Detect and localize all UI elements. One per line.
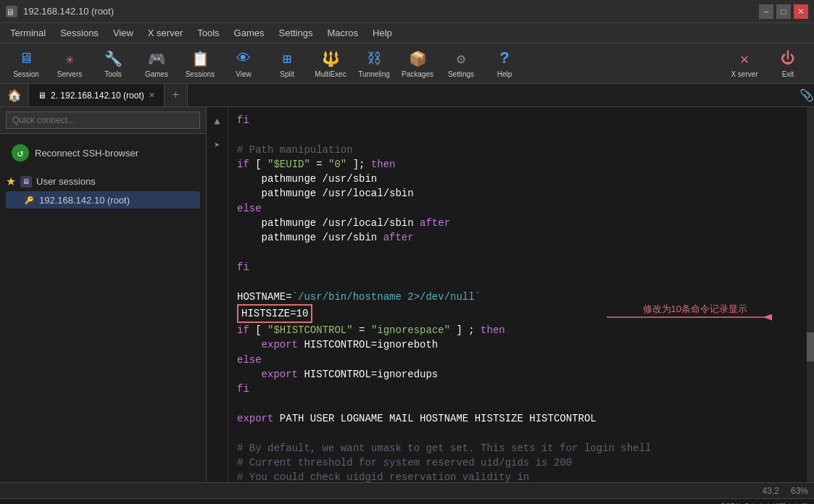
tab-attach-icon: 📎 xyxy=(800,84,814,106)
exit-icon: ⏻ xyxy=(778,49,798,69)
tab-bar: 🏠 🖥 2. 192.168.142.10 (root) ✕ + 📎 xyxy=(0,84,814,107)
tab-add-button[interactable]: + xyxy=(165,84,188,106)
scrollbar-thumb[interactable] xyxy=(807,332,814,361)
line-blank-4 xyxy=(237,397,805,411)
line-comment-threshold: # Current threshold for system reserved … xyxy=(237,455,805,470)
tools-label: Tools xyxy=(104,70,121,78)
view-label: View xyxy=(236,70,252,78)
xserver-label: X server xyxy=(731,70,757,78)
line-fi-middle: fi xyxy=(237,260,805,274)
sessions-header[interactable]: ★ 🖥 User sessions xyxy=(6,172,200,191)
help-icon: ? xyxy=(494,49,515,69)
reconnect-button[interactable]: ↺ Reconnect SSH-browser xyxy=(6,140,200,166)
minimize-button[interactable]: – xyxy=(759,4,773,19)
toolbar-help[interactable]: ? Help xyxy=(484,46,525,81)
line-if-euid: if [ "$EUID" = "0" ]; then xyxy=(237,157,805,172)
session-item-root[interactable]: 🔑 192.168.142.10 (root) xyxy=(6,191,200,209)
line-else: else xyxy=(237,201,805,216)
toolbar-split[interactable]: ⊞ Split xyxy=(267,46,307,81)
sessions-folder-icon: 🖥 xyxy=(20,176,32,188)
menu-games[interactable]: Games xyxy=(227,25,272,41)
toolbar-session[interactable]: 🖥 Session xyxy=(6,46,46,81)
line-fi-bottom: fi xyxy=(237,382,805,396)
menu-terminal[interactable]: Terminal xyxy=(3,25,53,41)
window-title: 192.168.142.10 (root) xyxy=(23,6,759,17)
settings-label: Settings xyxy=(448,70,474,78)
menu-settings[interactable]: Settings xyxy=(272,25,320,41)
session-label: Session xyxy=(13,70,39,78)
session-item-label: 192.168.142.10 (root) xyxy=(39,195,130,206)
annotation-arrow xyxy=(607,310,773,324)
tunneling-label: Tunneling xyxy=(358,70,390,78)
window-controls: – □ ✕ xyxy=(759,4,808,19)
footer-csdn: CSDN @怎么也想不出名字 xyxy=(720,502,808,505)
toolbar-multiexec[interactable]: 🔱 MultiExec xyxy=(310,46,351,81)
scrollbar[interactable] xyxy=(807,107,814,482)
line-else-2: else xyxy=(237,353,805,367)
packages-label: Packages xyxy=(402,70,433,78)
tab-session-icon: 🖥 xyxy=(38,91,46,101)
main-layout: ↺ Reconnect SSH-browser ★ 🖥 User session… xyxy=(0,107,814,482)
maximize-button[interactable]: □ xyxy=(776,4,791,19)
line-histsize: HISTSIZE=10 修改为10条命令记录显示 xyxy=(237,304,805,323)
toolbar-servers[interactable]: ✳ Servers xyxy=(49,46,90,81)
line-fi-top: fi xyxy=(237,113,805,127)
help-label: Help xyxy=(497,70,512,78)
settings-icon: ⚙ xyxy=(451,49,471,69)
menu-macros[interactable]: Macros xyxy=(320,25,365,41)
close-button[interactable]: ✕ xyxy=(794,4,808,19)
cursor-position: 43,2 xyxy=(763,486,779,496)
terminal-area[interactable]: fi # Path manipulation if [ "$EUID" = "0… xyxy=(228,107,814,482)
games-label: Games xyxy=(145,70,168,78)
sidebar-content: ↺ Reconnect SSH-browser ★ 🖥 User session… xyxy=(0,134,206,482)
toolbar-tunneling[interactable]: ⛓ Tunneling xyxy=(354,46,394,81)
toolbar-view[interactable]: 👁 View xyxy=(223,46,264,81)
add-icon: + xyxy=(172,89,179,102)
multiexec-label: MultiExec xyxy=(315,70,346,78)
menu-xserver[interactable]: X server xyxy=(141,25,190,41)
tab-close-button[interactable]: ✕ xyxy=(149,91,155,100)
session-icon: 🖥 xyxy=(16,49,36,69)
sidebar-search-area xyxy=(0,107,206,134)
side-icon-paper-plane[interactable]: ➤ xyxy=(209,136,226,154)
exit-label: Exit xyxy=(782,70,794,78)
toolbar-exit[interactable]: ⏻ Exit xyxy=(768,46,808,81)
line-hostname: HOSTNAME=`/usr/bin/hostname 2>/dev/null` xyxy=(237,290,805,304)
reconnect-icon: ↺ xyxy=(12,144,29,161)
toolbar-sessions[interactable]: 📋 Sessions xyxy=(180,46,220,81)
line-export-ignoreboth: export HISTCONTROL=ignoreboth xyxy=(237,337,805,352)
menu-tools[interactable]: Tools xyxy=(190,25,226,41)
menu-sessions[interactable]: Sessions xyxy=(53,25,106,41)
menu-bar: Terminal Sessions View X server Tools Ga… xyxy=(0,23,814,43)
line-blank-3 xyxy=(237,274,805,289)
line-comment-path: # Path manipulation xyxy=(237,143,805,157)
favorite-star-icon: ★ xyxy=(6,175,16,188)
toolbar-tools[interactable]: 🔧 Tools xyxy=(93,46,133,81)
toolbar-games[interactable]: 🎮 Games xyxy=(136,46,177,81)
toolbar-packages[interactable]: 📦 Packages xyxy=(397,46,438,81)
multiexec-icon: 🔱 xyxy=(320,49,341,69)
quick-connect-input[interactable] xyxy=(6,112,200,129)
side-icon-arrow-up[interactable]: ▲ xyxy=(209,113,226,130)
line-blank-1 xyxy=(237,127,805,142)
sessions-label: Sessions xyxy=(186,70,215,78)
xserver-icon: ✕ xyxy=(734,49,755,69)
tab-active[interactable]: 🖥 2. 192.168.142.10 (root) ✕ xyxy=(29,84,165,106)
toolbar-xserver[interactable]: ✕ X server xyxy=(724,46,765,81)
zoom-level: 63% xyxy=(791,486,808,496)
footer-bar: UNREGISTERED VERSION - Please support Mo… xyxy=(0,498,814,504)
sessions-group-label: User sessions xyxy=(36,176,96,187)
line-pathmunge-local-sbin: pathmunge /usr/local/sbin xyxy=(237,186,805,201)
toolbar-settings[interactable]: ⚙ Settings xyxy=(441,46,481,81)
split-icon: ⊞ xyxy=(277,49,297,69)
home-icon: 🏠 xyxy=(7,88,22,103)
status-bar: 43,2 63% xyxy=(0,482,814,498)
menu-help[interactable]: Help xyxy=(365,25,399,41)
toolbar: 🖥 Session ✳ Servers 🔧 Tools 🎮 Games 📋 Se… xyxy=(0,43,814,84)
session-icon: 🔑 xyxy=(23,194,35,206)
menu-view[interactable]: View xyxy=(106,25,141,41)
sessions-group: ★ 🖥 User sessions 🔑 192.168.142.10 (root… xyxy=(6,172,200,209)
tab-home[interactable]: 🏠 xyxy=(0,84,29,106)
app-icon: 🖥 xyxy=(6,6,17,17)
line-export-ignoredups: export HISTCONTROL=ignoredups xyxy=(237,367,805,382)
